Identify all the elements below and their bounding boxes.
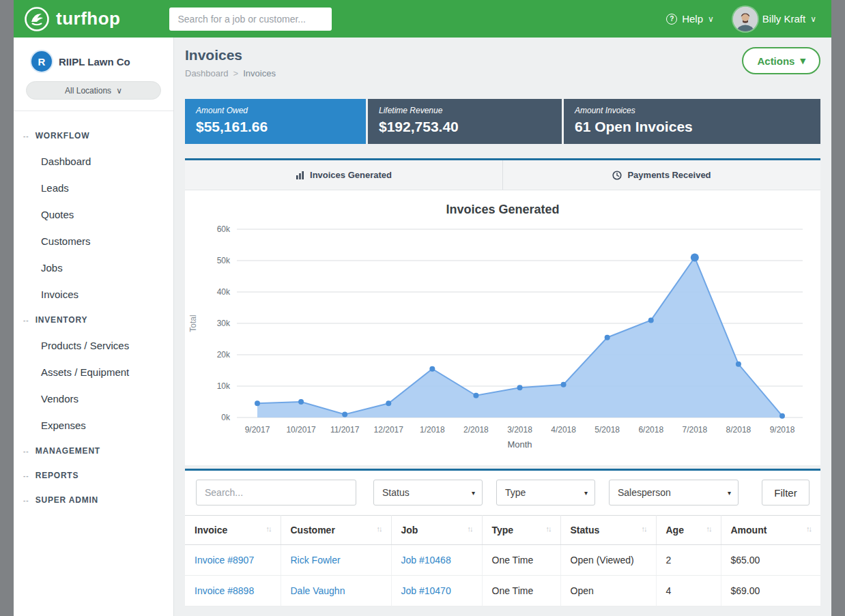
data-point[interactable] bbox=[605, 335, 610, 340]
sidebar-section-inventory[interactable]: --INVENTORY bbox=[14, 308, 173, 332]
sidebar-item-vendors[interactable]: Vendors bbox=[14, 385, 173, 412]
tab-bar: Invoices Generated Payments Received bbox=[185, 160, 820, 190]
customer-link[interactable]: Rick Fowler bbox=[291, 555, 341, 566]
data-point[interactable] bbox=[561, 382, 567, 387]
global-search-input[interactable] bbox=[169, 8, 332, 31]
invoices-table: Invoice↑↓Customer↑↓Job↑↓Type↑↓Status↑↓Ag… bbox=[185, 515, 820, 606]
sidebar-item-dashboard[interactable]: Dashboard bbox=[14, 148, 173, 175]
column-header-age[interactable]: Age↑↓ bbox=[656, 516, 721, 545]
sort-icon[interactable]: ↑↓ bbox=[642, 525, 646, 533]
user-menu[interactable]: Billy Kraft ∨ bbox=[733, 7, 816, 31]
invoice-list-card: Status ▾ Type ▾ Salesperson ▾ Filter Inv… bbox=[185, 469, 820, 606]
tree-dash-icon: -- bbox=[23, 448, 29, 455]
salesperson-select[interactable]: Salesperson ▾ bbox=[609, 480, 739, 505]
actions-button[interactable]: Actions ▾ bbox=[742, 47, 820, 74]
topbar: turfhop ? Help ∨ Billy Kraf bbox=[14, 0, 831, 38]
customer-link[interactable]: Dale Vaughn bbox=[291, 585, 345, 596]
job-cell: Job #10468 bbox=[391, 545, 482, 576]
data-point[interactable] bbox=[429, 366, 435, 372]
sidebar-item-quotes[interactable]: Quotes bbox=[14, 201, 173, 228]
sidebar-item-invoices[interactable]: Invoices bbox=[14, 281, 173, 308]
data-point[interactable] bbox=[342, 411, 347, 417]
column-header-type[interactable]: Type↑↓ bbox=[482, 516, 560, 545]
x-tick-label: 1/2018 bbox=[420, 425, 445, 435]
sidebar-item-customers[interactable]: Customers bbox=[14, 228, 173, 254]
sidebar-item-expenses[interactable]: Expenses bbox=[14, 412, 173, 439]
sidebar-item-leads[interactable]: Leads bbox=[14, 175, 173, 201]
tab-label: Payments Received bbox=[627, 170, 711, 180]
x-tick-label: 9/2017 bbox=[245, 425, 270, 435]
tab-payments-received[interactable]: Payments Received bbox=[502, 160, 820, 190]
caret-down-icon: ▾ bbox=[472, 489, 475, 497]
topbar-right: ? Help ∨ Billy Kraft ∨ bbox=[666, 7, 816, 31]
sidebar-item-assets-equipment[interactable]: Assets / Equipment bbox=[14, 359, 173, 385]
data-point[interactable] bbox=[298, 399, 304, 405]
table-body: Invoice #8907Rick FowlerJob #10468One Ti… bbox=[185, 545, 820, 606]
x-tick-label: 5/2018 bbox=[595, 425, 620, 435]
x-axis-label: Month bbox=[507, 439, 532, 450]
data-point[interactable] bbox=[691, 253, 699, 261]
column-header-invoice[interactable]: Invoice↑↓ bbox=[185, 516, 281, 545]
data-point[interactable] bbox=[736, 362, 741, 367]
sidebar-section-management[interactable]: --MANAGEMENT bbox=[14, 439, 173, 463]
locations-label: All Locations bbox=[65, 86, 111, 96]
amount-cell: $69.00 bbox=[721, 576, 820, 606]
salesperson-select-value: Salesperson bbox=[618, 487, 671, 498]
brand[interactable]: turfhop bbox=[23, 5, 120, 33]
sort-icon[interactable]: ↑↓ bbox=[546, 525, 551, 533]
filter-row: Status ▾ Type ▾ Salesperson ▾ Filter bbox=[185, 471, 820, 515]
user-name: Billy Kraft bbox=[762, 13, 805, 25]
data-point[interactable] bbox=[255, 400, 260, 406]
age-cell: 4 bbox=[656, 576, 721, 606]
chevron-down-icon: ∨ bbox=[708, 14, 714, 24]
invoice-link[interactable]: Invoice #8898 bbox=[195, 585, 254, 596]
question-circle-icon: ? bbox=[666, 14, 677, 25]
data-point[interactable] bbox=[386, 400, 391, 406]
sidebar-section-reports[interactable]: --REPORTS bbox=[14, 463, 173, 488]
data-point[interactable] bbox=[517, 385, 523, 390]
age-cell: 2 bbox=[656, 545, 721, 576]
sort-icon[interactable]: ↑↓ bbox=[377, 525, 382, 533]
type-select[interactable]: Type ▾ bbox=[496, 480, 595, 505]
column-header-amount[interactable]: Amount↑↓ bbox=[721, 516, 820, 545]
x-tick-label: 6/2018 bbox=[638, 425, 663, 435]
status-select[interactable]: Status ▾ bbox=[373, 480, 483, 505]
breadcrumb: Dashboard > Invoices bbox=[185, 68, 276, 78]
sidebar-section-workflow[interactable]: --WORKFLOW bbox=[14, 123, 173, 148]
job-link[interactable]: Job #10468 bbox=[401, 555, 451, 566]
sort-icon[interactable]: ↑↓ bbox=[266, 525, 271, 533]
column-header-customer[interactable]: Customer↑↓ bbox=[281, 516, 391, 545]
section-label: MANAGEMENT bbox=[35, 446, 100, 456]
invoice-cell: Invoice #8898 bbox=[185, 576, 281, 606]
breadcrumb-invoices: Invoices bbox=[243, 68, 276, 78]
company-badge: R bbox=[31, 51, 52, 72]
status-select-value: Status bbox=[382, 487, 410, 498]
data-point[interactable] bbox=[648, 317, 654, 323]
job-link[interactable]: Job #10470 bbox=[401, 585, 451, 596]
sidebar-item-products-services[interactable]: Products / Services bbox=[14, 332, 173, 359]
stat-card-amount-invoices: Amount Invoices61 Open Invoices bbox=[564, 99, 820, 144]
tab-invoices-generated[interactable]: Invoices Generated bbox=[185, 160, 502, 190]
sidebar-item-jobs[interactable]: Jobs bbox=[14, 254, 173, 281]
invoice-link[interactable]: Invoice #8907 bbox=[195, 555, 254, 566]
data-point[interactable] bbox=[779, 413, 785, 419]
column-header-status[interactable]: Status↑↓ bbox=[560, 516, 656, 545]
company-row[interactable]: R RIIPL Lawn Co bbox=[14, 38, 173, 81]
type-cell: One Time bbox=[482, 545, 560, 576]
filter-button[interactable]: Filter bbox=[762, 480, 810, 505]
customer-cell: Dale Vaughn bbox=[281, 576, 391, 606]
data-point[interactable] bbox=[473, 393, 478, 398]
stat-value: $192,753.40 bbox=[379, 119, 551, 135]
breadcrumb-dashboard[interactable]: Dashboard bbox=[185, 68, 229, 78]
help-menu[interactable]: ? Help ∨ bbox=[666, 13, 714, 25]
sort-icon[interactable]: ↑↓ bbox=[706, 525, 711, 533]
sort-icon[interactable]: ↑↓ bbox=[468, 525, 472, 533]
sort-icon[interactable]: ↑↓ bbox=[806, 525, 811, 533]
section-label: WORKFLOW bbox=[35, 131, 90, 141]
sidebar: R RIIPL Lawn Co All Locations ∨ --WORKFL… bbox=[14, 38, 174, 616]
table-search-input[interactable] bbox=[196, 480, 356, 505]
sidebar-section-super-admin[interactable]: --SUPER ADMIN bbox=[14, 488, 173, 512]
column-header-job[interactable]: Job↑↓ bbox=[391, 516, 482, 545]
locations-selector[interactable]: All Locations ∨ bbox=[26, 81, 161, 100]
status-cell: Open (Viewed) bbox=[560, 545, 656, 576]
